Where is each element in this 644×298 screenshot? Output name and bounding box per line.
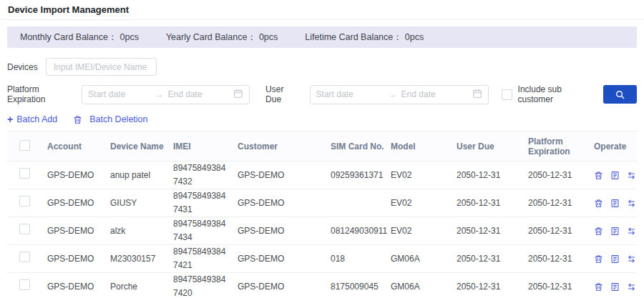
trash-icon [73,115,86,124]
cell-imei: 894758493847434 [167,217,232,245]
plus-icon: + [7,114,13,125]
cell-account: GPS-DEMO [42,162,104,189]
cell-device-name: M23030157 [104,245,167,273]
cell-customer: GPS-DEMO [232,162,325,189]
card-balance-banner: Monthly Card Balance： 0pcs Yearly Card B… [7,26,637,48]
batch-deletion-button[interactable]: Batch Deletion [73,114,147,124]
yearly-card-balance-label: Yearly Card Balance： [166,31,256,44]
cell-imei: 894758493847432 [167,162,232,189]
range-arrow-icon: → [384,89,401,99]
col-customer: Customer [232,131,325,162]
cell-user-due: 2050-12-31 [451,162,522,189]
page-header: Device Import Management [0,0,644,20]
platform-expiration-end-input[interactable] [168,86,231,103]
monthly-card-balance: Monthly Card Balance： 0pcs [20,31,139,44]
cell-device-name: Porche [104,273,167,298]
devices-label: Devices [7,62,37,72]
batch-add-label: Batch Add [16,114,57,124]
transfer-icon[interactable] [627,227,636,236]
table-row: GPS-DEMO alzk 894758493847434 GPS-DEMO 0… [7,217,637,245]
table-row: GPS-DEMO M23030157 894758493847421 GPS-D… [7,245,637,273]
cell-user-due: 2050-12-31 [451,273,522,298]
cell-sim [325,189,385,217]
platform-expiration-label: Platform Expiration [7,84,75,104]
devices-filter-row: Devices [7,58,637,76]
transfer-icon[interactable] [627,282,636,292]
cell-account: GPS-DEMO [42,217,104,245]
cell-imei: 894758493847431 [167,189,232,217]
cell-sim: 8175009045 [325,273,385,298]
lifetime-card-balance-label: Lifetime Card Balance： [305,31,401,44]
table-header-row: Account Device Name IMEI Customer SIM Ca… [7,131,637,162]
delete-icon[interactable] [594,282,603,292]
cell-account: GPS-DEMO [42,189,104,217]
col-imei: IMEI [167,131,232,162]
user-due-range-picker[interactable]: → [310,85,489,104]
search-button[interactable] [603,85,637,104]
cell-user-due: 2050-12-31 [451,217,522,245]
col-account: Account [42,131,104,162]
cell-account: GPS-DEMO [42,245,104,273]
cell-platform-expiration: 2050-12-31 [522,273,588,298]
col-sim-card-no: SIM Card No. [325,131,385,162]
cell-user-due: 2050-12-31 [451,189,522,217]
user-due-start-input[interactable] [316,86,384,103]
user-due-end-input[interactable] [401,86,469,103]
table-row: GPS-DEMO Porche 894758493847420 GPS-DEMO… [7,273,637,298]
delete-icon[interactable] [594,254,603,264]
cell-customer: GPS-DEMO [232,245,325,273]
row-checkbox[interactable] [19,252,30,262]
cell-device-name: anup patel [104,162,167,189]
row-checkbox[interactable] [19,279,30,290]
calendar-icon [472,89,482,101]
calendar-icon [233,89,243,101]
batch-actions-row: + Batch Add Batch Deletion [7,114,637,125]
cell-platform-expiration: 2050-12-31 [522,189,588,217]
cell-account: GPS-DEMO [42,273,104,298]
device-table: Account Device Name IMEI Customer SIM Ca… [7,131,637,298]
platform-expiration-start-input[interactable] [88,86,151,103]
cell-sim: 081249030911 [325,217,385,245]
page-title: Device Import Management [8,4,129,15]
row-checkbox[interactable] [19,196,30,207]
monthly-card-balance-value: 0pcs [119,32,138,42]
detail-icon[interactable] [610,171,620,180]
delete-icon[interactable] [594,171,603,180]
transfer-icon[interactable] [627,199,636,208]
yearly-card-balance: Yearly Card Balance： 0pcs [166,31,278,44]
cell-device-name: GIUSY [104,189,167,217]
cell-sim: 09259361371 [325,162,385,189]
row-checkbox[interactable] [19,224,30,234]
include-sub-customer-checkbox[interactable] [502,89,512,100]
cell-platform-expiration: 2050-12-31 [522,162,588,189]
col-model: Model [385,131,451,162]
select-all-checkbox[interactable] [19,140,30,151]
batch-add-button[interactable]: + Batch Add [7,114,57,125]
cell-model: GM06A [385,273,451,298]
detail-icon[interactable] [610,254,620,264]
include-sub-customer: Include sub customer [502,84,594,104]
yearly-card-balance-value: 0pcs [259,32,278,42]
devices-search-input[interactable] [46,58,157,76]
cell-model: EV02 [385,217,451,245]
transfer-icon[interactable] [627,254,636,264]
cell-model: EV02 [385,189,451,217]
include-sub-customer-label: Include sub customer [518,84,594,104]
cell-platform-expiration: 2050-12-31 [522,217,588,245]
transfer-icon[interactable] [627,171,636,180]
col-operate: Operate [588,131,637,162]
platform-expiration-range-picker[interactable]: → [82,85,250,104]
delete-icon[interactable] [594,227,603,236]
batch-deletion-label: Batch Deletion [89,114,147,124]
cell-user-due: 2050-12-31 [451,245,522,273]
monthly-card-balance-label: Monthly Card Balance： [20,31,117,44]
detail-icon[interactable] [610,199,620,208]
filter-row: Platform Expiration → User Due → [7,84,637,104]
detail-icon[interactable] [610,282,620,292]
detail-icon[interactable] [610,227,620,236]
cell-customer: GPS-DEMO [232,189,325,217]
row-checkbox[interactable] [19,168,30,179]
col-device-name: Device Name [104,131,167,162]
delete-icon[interactable] [594,199,603,208]
cell-customer: GPS-DEMO [232,273,325,298]
